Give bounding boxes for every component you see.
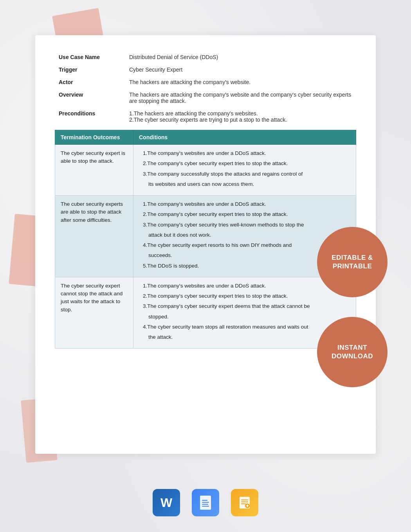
preconditions-label: Preconditions xyxy=(55,107,125,126)
overview-row: Overview The hackers are attacking the c… xyxy=(55,88,356,107)
actor-label: Actor xyxy=(55,76,125,88)
condition-item: stopped. xyxy=(139,313,350,321)
condition-item: 1.The company's websites are under a DDo… xyxy=(139,149,350,157)
editable-printable-badge: EDITABLE &PRINTABLE xyxy=(317,227,388,297)
overview-value: The hackers are attacking the company's … xyxy=(125,88,356,107)
outcome-cell: The cuber security experts are able to s… xyxy=(55,196,133,277)
use-case-label: Use Case Name xyxy=(55,51,125,63)
precondition-2: 2.The cyber security experts are trying … xyxy=(129,117,352,123)
condition-item: 2.The company's cyber security expert tr… xyxy=(139,160,350,167)
svg-rect-2 xyxy=(202,502,209,503)
condition-item: 1.The company's websites are under a DDo… xyxy=(139,200,350,208)
svg-rect-3 xyxy=(202,504,208,505)
instant-download-badge: INSTANTDOWNLOAD xyxy=(317,317,388,387)
svg-rect-1 xyxy=(202,500,207,501)
condition-item: attack but it does not work. xyxy=(139,231,350,239)
condition-item: 1.The company's websites are under a DDo… xyxy=(139,282,350,290)
precondition-1: 1.The hackers are attacking the company'… xyxy=(129,110,352,117)
condition-item: 3.The company's cyber security expert de… xyxy=(139,302,350,310)
actor-value: The hackers are attacking the company's … xyxy=(125,76,356,88)
conditions-cell: 1.The company's websites are under a DDo… xyxy=(133,145,356,196)
actor-row: Actor The hackers are attacking the comp… xyxy=(55,76,356,88)
svg-rect-4 xyxy=(202,506,209,507)
instant-download-text: INSTANTDOWNLOAD xyxy=(332,343,373,361)
use-case-value: Distributed Denial of Service (DDoS) xyxy=(125,51,356,63)
condition-item: 4.The cyber security team stops all rest… xyxy=(139,323,350,331)
trigger-value: Cyber Security Expert xyxy=(125,63,356,76)
google-docs-icon[interactable] xyxy=(192,489,219,516)
outcomes-table: Termination Outcomes Conditions The cybe… xyxy=(55,130,356,349)
condition-item: 2.The company's cyber security expert tr… xyxy=(139,210,350,218)
trigger-row: Trigger Cyber Security Expert xyxy=(55,63,356,76)
condition-item: the attack. xyxy=(139,333,350,341)
condition-item: 3.The company's cyber security tries wel… xyxy=(139,221,350,229)
info-table: Use Case Name Distributed Denial of Serv… xyxy=(55,51,356,126)
pages-svg xyxy=(237,495,252,510)
docs-svg xyxy=(198,494,213,511)
col2-header: Conditions xyxy=(133,130,356,145)
table-row: The cyber security expert cannot stop th… xyxy=(55,277,356,349)
editable-printable-text: EDITABLE &PRINTABLE xyxy=(332,253,373,271)
outcome-cell: The cyber security expert cannot stop th… xyxy=(55,277,133,349)
col1-header: Termination Outcomes xyxy=(55,130,133,145)
condition-item: its websites and users can now access th… xyxy=(139,180,350,188)
condition-item: 2.The company's cyber security expert tr… xyxy=(139,292,350,300)
condition-item: 3.The company successfully stops the att… xyxy=(139,170,350,178)
use-case-row: Use Case Name Distributed Denial of Serv… xyxy=(55,51,356,63)
table-row: The cuber security experts are able to s… xyxy=(55,196,356,277)
word-icon-letter: W xyxy=(160,496,172,510)
trigger-label: Trigger xyxy=(55,63,125,76)
outcome-cell: The cyber security expert is able to sto… xyxy=(55,145,133,196)
table-header-row: Termination Outcomes Conditions xyxy=(55,130,356,145)
condition-item: 4.The cyber security expert resorts to h… xyxy=(139,241,350,249)
preconditions-row: Preconditions 1.The hackers are attackin… xyxy=(55,107,356,126)
table-row: The cyber security expert is able to sto… xyxy=(55,145,356,196)
preconditions-value: 1.The hackers are attacking the company'… xyxy=(125,107,356,126)
word-icon[interactable]: W xyxy=(153,489,180,516)
bottom-bar: W xyxy=(0,489,411,516)
overview-label: Overview xyxy=(55,88,125,107)
pages-icon[interactable] xyxy=(231,489,258,516)
